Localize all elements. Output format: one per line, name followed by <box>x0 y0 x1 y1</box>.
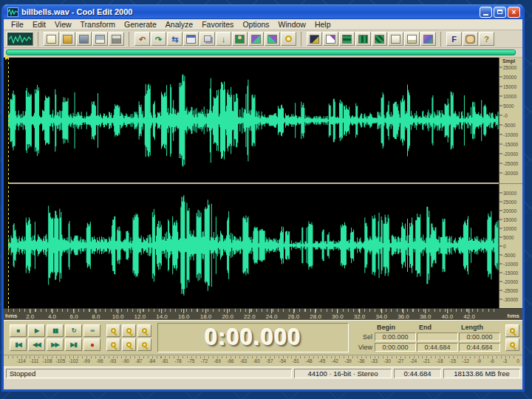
menu-help[interactable]: Help <box>310 20 335 29</box>
phase-analysis-icon <box>375 35 384 44</box>
transport-stop-button[interactable]: ■ <box>10 324 27 337</box>
toolbar-redo-button[interactable]: ↷ <box>151 32 166 46</box>
batch-process-icon <box>407 35 417 44</box>
toolbar-batch-process-button[interactable] <box>404 32 420 46</box>
menu-favorites[interactable]: Favorites <box>197 20 238 29</box>
title-bar[interactable]: billbells.wav - Cool Edit 2000 × <box>4 4 522 19</box>
toolbar-frequency-analysis-button[interactable] <box>339 32 355 46</box>
waveform-canvas[interactable] <box>4 58 499 308</box>
toolbar-help-button[interactable]: ? <box>479 32 494 46</box>
time-tick: 28.0 <box>310 309 321 320</box>
restore-icon <box>497 10 502 14</box>
sel-end-value[interactable] <box>417 332 458 341</box>
sel-begin-value[interactable]: 0:00.000 <box>375 332 416 341</box>
transport-fast-forward-button[interactable]: ▶▶ <box>47 338 64 351</box>
time-ruler[interactable]: hms 2.04.06.08.010.012.014.016.018.020.0… <box>4 308 522 320</box>
toolbar-waveform-view-button[interactable] <box>7 32 33 46</box>
close-icon: × <box>512 8 516 16</box>
left-channel-wave <box>8 75 498 167</box>
transport-pause-button[interactable]: ▮▮ <box>47 324 64 337</box>
db-tick: -108 <box>43 358 52 364</box>
db-tick: -39 <box>344 358 351 364</box>
toolbar-new-file-button[interactable] <box>44 32 59 46</box>
frequency-analysis-icon <box>342 35 352 44</box>
view-scrollbar[interactable] <box>4 48 522 58</box>
toolbar-find-beats-button[interactable] <box>281 32 296 46</box>
zoom-in-button[interactable] <box>106 324 120 337</box>
time-tick: 30.0 <box>332 309 344 320</box>
toolbar-save-file-button[interactable] <box>76 32 92 46</box>
transport-go-to-end-button[interactable]: ▶▮ <box>65 338 82 351</box>
menu-edit[interactable]: Edit <box>28 20 50 29</box>
zoom-in-vertical-button[interactable] <box>505 324 519 337</box>
right-channel-ruler: 300002500020000150001000050000-5000-1000… <box>499 183 522 309</box>
spectral-view-icon <box>251 35 261 44</box>
view-range-bar[interactable] <box>6 50 516 55</box>
view-end-value[interactable]: 0:44.684 <box>417 343 458 352</box>
transport-record-button[interactable]: ● <box>83 338 100 351</box>
amplitude-tick: 20000 <box>499 75 516 80</box>
zoom-to-selection-button[interactable] <box>106 338 120 351</box>
toolbar-undo-button[interactable]: ↶ <box>134 32 150 46</box>
end-header: End <box>417 324 458 331</box>
amplitude-ruler[interactable]: Smpl 250002000015000100005000-0-5000-100… <box>499 58 522 308</box>
menu-file[interactable]: File <box>7 20 28 29</box>
share-icon: ⇆ <box>171 35 178 44</box>
restore-button[interactable] <box>494 7 506 18</box>
menu-options[interactable]: Options <box>238 20 273 29</box>
db-tick: -36 <box>358 358 364 364</box>
toolbar-open-file-button[interactable] <box>60 32 75 46</box>
toolbar-share-button[interactable]: ⇆ <box>167 32 183 46</box>
sel-length-value[interactable]: 0:00.000 <box>459 332 500 341</box>
minimize-button[interactable] <box>480 7 492 18</box>
menu-view[interactable]: View <box>50 20 76 29</box>
close-button[interactable]: × <box>508 7 520 18</box>
menu-transform[interactable]: Transform <box>76 20 120 29</box>
transport-go-to-beginning-button[interactable]: ▮◀ <box>10 338 27 351</box>
zoom-out-vertical-button[interactable] <box>505 338 519 351</box>
cue-list-icon <box>235 35 245 44</box>
menu-window[interactable]: Window <box>274 20 310 29</box>
go-to-beginning-icon: ▮◀ <box>15 341 21 348</box>
vertical-zoom-buttons <box>505 324 519 351</box>
toolbar-amplitude-statistics-button[interactable] <box>355 32 371 46</box>
toolbar-hand-tool-button[interactable] <box>463 32 478 46</box>
toolbar-convert-sample-type-button[interactable] <box>388 32 403 46</box>
toolbar-waveform-colors-button[interactable] <box>265 32 280 46</box>
toolbar-settings-check-button[interactable] <box>323 32 338 46</box>
menu-generate[interactable]: Generate <box>120 20 161 29</box>
time-tick: 16.0 <box>178 309 190 320</box>
transport-rewind-button[interactable]: ◀◀ <box>28 338 45 351</box>
transport-play-button[interactable]: ▶ <box>28 324 45 337</box>
view-begin-value[interactable]: 0:00.000 <box>375 343 416 352</box>
toolbar-window-mode-button[interactable] <box>183 32 199 46</box>
toolbar-spectral-view-button[interactable] <box>248 32 264 46</box>
transport-loop-button[interactable]: ∞ <box>83 324 100 337</box>
zoom-left-edge-button[interactable] <box>122 338 136 351</box>
toolbar-paste-down-button[interactable]: ↓ <box>216 32 231 46</box>
free-disk-space: 18133.86 MB free <box>443 369 520 378</box>
transport-play-looped-button[interactable]: ↻ <box>65 324 82 337</box>
toolbar-favorites-button[interactable]: F <box>446 32 462 46</box>
amplitude-tick: -30000 <box>499 296 518 301</box>
channel-separator <box>8 183 499 184</box>
menu-analyze[interactable]: Analyze <box>161 20 197 29</box>
view-row-label: View <box>355 344 374 351</box>
toolbar-cue-list-button[interactable] <box>232 32 248 46</box>
find-beats-icon <box>285 35 292 42</box>
zoom-right-edge-button[interactable] <box>137 338 151 351</box>
db-tick: -111 <box>30 358 38 364</box>
toolbar-phase-analysis-button[interactable] <box>372 32 387 46</box>
toolbar-save-as-button[interactable] <box>92 32 108 46</box>
db-tick: -60 <box>253 358 259 364</box>
db-tick: -102 <box>69 358 78 364</box>
zoom-out-button[interactable] <box>122 324 136 337</box>
script-editor-icon <box>310 35 319 44</box>
time-tick: 32.0 <box>354 309 366 320</box>
toolbar-copy-button[interactable] <box>200 32 215 46</box>
zoom-full-button[interactable] <box>137 324 151 337</box>
toolbar-print-button[interactable] <box>109 32 124 46</box>
view-length-value[interactable]: 0:44.684 <box>459 343 500 352</box>
toolbar-effects-rack-button[interactable] <box>420 32 436 46</box>
toolbar-script-editor-button[interactable] <box>307 32 322 46</box>
